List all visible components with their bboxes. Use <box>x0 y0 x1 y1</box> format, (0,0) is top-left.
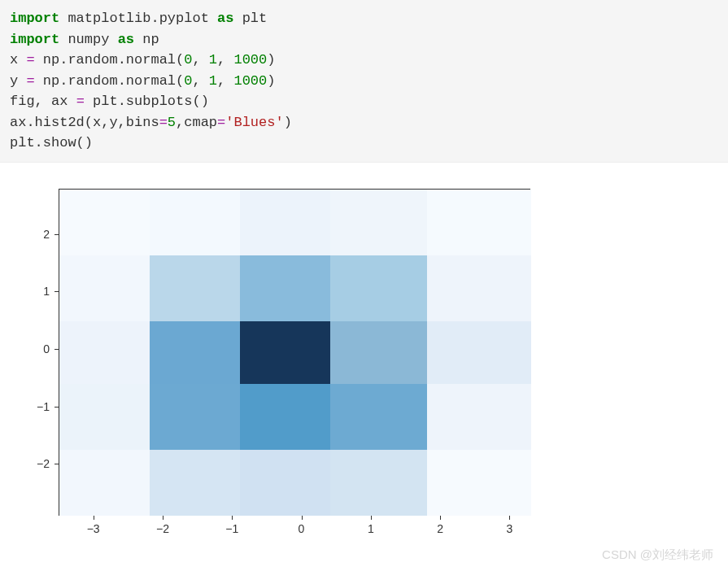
heatmap-cell <box>59 255 150 321</box>
code-block: import matplotlib.pyplot as plt import n… <box>0 0 728 163</box>
code-token: = <box>217 115 225 130</box>
x-tick-label: 0 <box>299 522 305 535</box>
code-token: , <box>217 73 233 89</box>
heatmap-plot <box>59 189 530 516</box>
code-token: plt.subplots() <box>85 94 209 109</box>
x-tick-label: −1 <box>225 522 238 535</box>
code-token: y <box>10 73 26 89</box>
code-token: matplotlib.pyplot <box>68 11 208 26</box>
heatmap-cell <box>150 190 240 255</box>
x-tick-mark <box>440 516 441 520</box>
chart-output: −2−1012 −3−2−10123 CSDN @刘经纬老师 <box>0 163 728 572</box>
x-tick-mark <box>232 516 233 520</box>
code-token: np <box>142 32 159 47</box>
code-token: , <box>192 73 208 89</box>
y-tick-label: 2 <box>28 228 50 241</box>
code-token: as <box>217 11 233 26</box>
heatmap-cell <box>240 450 330 516</box>
x-tick-label: 1 <box>368 522 374 535</box>
watermark-text: CSDN @刘经纬老师 <box>602 547 713 563</box>
code-token: plt.show() <box>10 135 93 150</box>
code-token: np.random.normal( <box>35 73 185 89</box>
code-token: 0 <box>184 73 192 89</box>
code-token: numpy <box>68 32 109 47</box>
code-token: = <box>76 94 85 109</box>
code-token: 0 <box>184 52 192 68</box>
x-tick-mark <box>302 516 303 520</box>
x-tick-mark <box>371 516 372 520</box>
code-token: 'Blues' <box>225 115 283 130</box>
heatmap-cell <box>59 384 150 450</box>
code-token: = <box>26 73 34 89</box>
heatmap-cell <box>330 450 427 516</box>
heatmap-cell <box>427 384 531 450</box>
heatmap-cell <box>59 450 150 516</box>
heatmap-cell <box>240 384 330 450</box>
heatmap-cell <box>240 321 330 385</box>
heatmap-cell <box>59 321 150 385</box>
code-token: 1000 <box>233 52 267 68</box>
y-tick-mark <box>54 234 59 235</box>
y-tick-mark <box>54 349 59 350</box>
heatmap-cell <box>150 321 240 385</box>
y-tick-label: 1 <box>28 285 50 298</box>
code-token: 1 <box>209 73 217 89</box>
code-token: ) <box>267 52 275 68</box>
y-tick-label: 0 <box>28 342 50 355</box>
code-token: , <box>192 52 208 68</box>
code-token: = <box>26 52 34 68</box>
y-tick-mark <box>54 291 59 292</box>
code-token: as <box>118 32 134 47</box>
heatmap-cell <box>59 190 150 255</box>
code-token: 1000 <box>233 73 267 89</box>
heatmap-cell <box>427 321 531 385</box>
x-tick-mark <box>509 516 510 520</box>
x-tick-mark <box>94 516 94 520</box>
y-tick-label: −1 <box>28 400 50 413</box>
code-token: np.random.normal( <box>35 52 185 68</box>
code-token: ax.hist2d(x,y,bins <box>10 115 159 130</box>
x-tick-label: −3 <box>87 522 100 535</box>
heatmap-cell <box>150 450 240 516</box>
code-token: x <box>10 52 26 68</box>
code-token: = <box>159 115 168 130</box>
x-tick-label: 2 <box>437 522 443 535</box>
heatmap-cell <box>150 384 240 450</box>
heatmap-cell <box>330 384 427 450</box>
code-token: , <box>217 52 233 68</box>
heatmap-cell <box>240 255 330 321</box>
code-token: 5 <box>168 115 176 130</box>
code-token: import <box>10 11 59 26</box>
heatmap-cell <box>427 450 531 516</box>
code-token: ) <box>284 115 292 130</box>
heatmap-cell <box>240 190 330 255</box>
x-tick-mark <box>163 516 163 520</box>
x-tick-label: 3 <box>507 522 513 535</box>
heatmap-cell <box>330 255 427 321</box>
heatmap-cell <box>427 190 531 255</box>
code-token: import <box>10 32 59 47</box>
code-token: fig, ax <box>10 94 76 109</box>
heatmap-cell <box>427 255 531 321</box>
y-tick-label: −2 <box>28 457 50 470</box>
heatmap-cell <box>330 190 427 255</box>
heatmap-cell <box>150 255 240 321</box>
code-token: ,cmap <box>176 115 217 130</box>
code-token: 1 <box>209 52 217 68</box>
y-tick-mark <box>54 464 59 464</box>
y-tick-mark <box>54 407 59 408</box>
code-token: ) <box>267 73 275 89</box>
x-tick-label: −2 <box>156 522 169 535</box>
heatmap-cell <box>330 321 427 385</box>
code-token: plt <box>242 11 268 26</box>
